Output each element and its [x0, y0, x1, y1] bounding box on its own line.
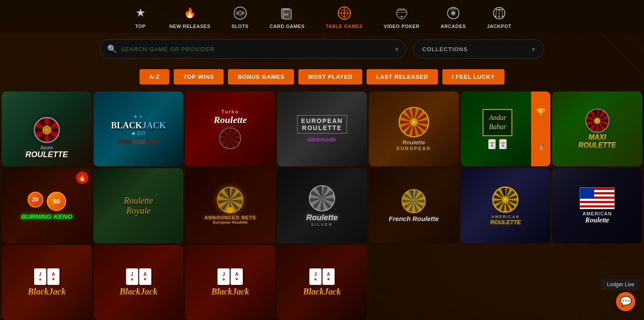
card-overlay-8: 20 80 BURNING KENO	[2, 168, 92, 243]
filter-btn-top-wins[interactable]: TOP WINS	[174, 69, 224, 84]
game-card-american-roulette-2[interactable]: American Roulette	[552, 168, 642, 243]
video-poker-icon	[394, 5, 410, 21]
sidebar-item-arcades[interactable]: ARCADES	[441, 5, 466, 29]
card-overlay-13: American ROULETTE	[461, 168, 551, 243]
trophy-badge: 🏆 ✂️	[531, 91, 550, 166]
svg-point-3	[239, 10, 242, 13]
game-grid: Azure ROULETTE ♣ ♦ BLACKJACK ◆ GO Turbo	[0, 91, 644, 320]
card-games-icon: ♠♦	[279, 5, 295, 21]
nav-label-top: TOP	[135, 24, 146, 29]
ledger-live-tooltip: Ledger Live	[602, 279, 640, 290]
star-icon: ★	[133, 5, 148, 21]
game-card-maxi-roulette[interactable]: MAXI ROULETTE	[552, 91, 642, 166]
game-card-announced-bets[interactable]: ANNOUNCED BETS European Roulette	[185, 168, 275, 243]
card-overlay-9: Roulette Royale	[94, 168, 184, 243]
collections-label: COLLECTIONS	[422, 46, 468, 53]
svg-point-22	[495, 16, 497, 18]
card-overlay-10: ANNOUNCED BETS European Roulette	[185, 168, 275, 243]
sidebar-item-new-releases[interactable]: 🔥 NEW RELEASES	[169, 5, 210, 29]
arcades-icon	[445, 5, 461, 21]
game-card-european-roulette-dark[interactable]: EUROPEANROULETTE darkmode	[277, 91, 367, 166]
filter-btn-bonus-games[interactable]: BONUS GAMES	[228, 69, 294, 84]
chat-icon: 💬	[620, 296, 632, 307]
search-bar-container: 🔍 ▾	[100, 39, 406, 59]
card-overlay-1: Azure ROULETTE	[2, 91, 92, 166]
svg-text:♠♦: ♠♦	[284, 12, 289, 17]
search-section: 🔍 ▾ COLLECTIONS ▾	[0, 33, 644, 65]
nav-label-table-games: TABLE GAMES	[326, 24, 363, 29]
card-overlay-7: MAXI ROULETTE	[552, 91, 642, 166]
sidebar-item-jackpot[interactable]: JACKPOT	[487, 5, 511, 29]
collections-dropdown[interactable]: COLLECTIONS ▾	[413, 39, 544, 59]
nav-label-jackpot: JACKPOT	[487, 24, 511, 29]
game-card-blackjack-2[interactable]: J♠ A♥ BlackJack	[94, 245, 184, 320]
game-card-turbo-roulette[interactable]: Turbo Roulette	[185, 91, 275, 166]
card-overlay-12: French Roulette	[369, 168, 459, 243]
card-overlay-14: American Roulette	[552, 168, 642, 243]
card-overlay-5: Roulette EUROPEAN	[369, 91, 459, 166]
card-overlay-3: Turbo Roulette	[185, 91, 275, 166]
svg-point-5	[237, 13, 238, 14]
game-card-blackjack-1[interactable]: J♠ A♥ BlackJack	[2, 245, 92, 320]
card-overlay-2: ♣ ♦ BLACKJACK ◆ GO	[94, 91, 184, 166]
game-card-american-roulette-1[interactable]: American ROULETTE	[461, 168, 551, 243]
filter-btn-az[interactable]: A-Z	[140, 69, 169, 84]
sidebar-item-slots[interactable]: SLOTS	[231, 5, 248, 29]
flame-icon: 🔥	[182, 5, 198, 21]
game-card-blackjack-3[interactable]: J♠ A♥ BlackJack	[185, 245, 275, 320]
svg-point-15	[401, 16, 402, 18]
nav-label-card-games: CARD GAMES	[270, 24, 304, 29]
card-overlay-15: J♠ A♥ BlackJack	[2, 245, 92, 320]
game-card-roulette-royale[interactable]: Roulette Royale	[94, 168, 184, 243]
nav-label-arcades: ARCADES	[441, 24, 466, 29]
card-overlay-16: J♠ A♥ BlackJack	[94, 245, 184, 320]
game-card-blackjack-go[interactable]: ♣ ♦ BLACKJACK ◆ GO	[94, 91, 184, 166]
game-card-burning-keno[interactable]: 🔥 20 80 BURNING KENO	[2, 168, 92, 243]
game-card-roulette-european[interactable]: Roulette EUROPEAN	[369, 91, 459, 166]
filter-section: A-Z TOP WINS BONUS GAMES MOST PLAYED LAS…	[0, 65, 644, 91]
navigation-bar: ★ TOP 🔥 NEW RELEASES SLOTS ♠♦	[0, 0, 644, 33]
sidebar-item-card-games[interactable]: ♠♦ CARD GAMES	[270, 5, 304, 29]
table-games-icon	[336, 5, 352, 21]
svg-point-6	[242, 13, 243, 14]
card-overlay-4: EUROPEANROULETTE darkmode	[277, 91, 367, 166]
svg-point-14	[343, 12, 345, 14]
slots-icon	[232, 5, 248, 21]
nav-label-slots: SLOTS	[231, 24, 248, 29]
search-dropdown-arrow[interactable]: ▾	[395, 45, 399, 53]
card-overlay-18: J♠ A♥ BlackJack	[277, 245, 367, 320]
svg-point-18	[452, 12, 455, 14]
nav-label-video-poker: VIDEO POKER	[384, 24, 420, 29]
svg-point-23	[498, 16, 500, 18]
game-card-roulette-silver[interactable]: Roulette SILVER	[277, 168, 367, 243]
filter-btn-last-released[interactable]: LAST RELEASED	[367, 69, 438, 84]
svg-point-4	[239, 14, 242, 16]
card-overlay-11: Roulette SILVER	[277, 168, 367, 243]
game-card-azure-roulette[interactable]: Azure ROULETTE	[2, 91, 92, 166]
game-card-andar-bahar[interactable]: AndarBahar 🃏🃏 🏆 ✂️	[461, 91, 551, 166]
game-card-blackjack-4[interactable]: J♠ A♥ BlackJack	[277, 245, 367, 320]
card-overlay-17: J♠ A♥ BlackJack	[185, 245, 275, 320]
svg-point-24	[502, 16, 504, 18]
sidebar-item-table-games[interactable]: TABLE GAMES	[326, 5, 363, 29]
filter-btn-i-feel-lucky[interactable]: I FEEL LUCKY	[442, 69, 504, 84]
chat-widget[interactable]: 💬	[616, 292, 635, 311]
collections-dropdown-arrow: ▾	[532, 45, 535, 53]
jackpot-icon	[491, 5, 507, 21]
game-card-french-roulette[interactable]: French Roulette	[369, 168, 459, 243]
search-input[interactable]	[121, 46, 395, 53]
sidebar-item-video-poker[interactable]: VIDEO POKER	[384, 5, 420, 29]
search-icon: 🔍	[107, 44, 117, 54]
filter-btn-most-played[interactable]: MOST PLAYED	[298, 69, 362, 84]
sidebar-item-top[interactable]: ★ TOP	[133, 5, 148, 29]
nav-label-new-releases: NEW RELEASES	[169, 24, 210, 29]
